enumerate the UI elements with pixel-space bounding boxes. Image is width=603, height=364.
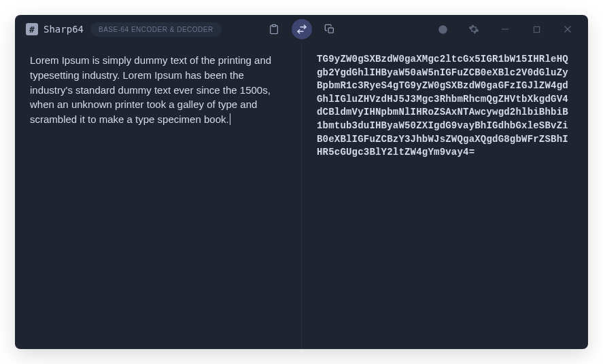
center-controls	[264, 19, 339, 39]
app-window: # Sharp64 BASE-64 ENCODER & DECODER	[15, 15, 588, 349]
swap-arrows-icon	[296, 24, 307, 35]
info-icon	[438, 24, 448, 35]
swap-button[interactable]	[292, 19, 312, 39]
window-controls	[429, 18, 581, 40]
output-pane[interactable]: TG9yZW0gSXBzdW0gaXMgc2ltcGx5IGR1bW15IHRl…	[302, 43, 588, 349]
gear-icon	[468, 24, 479, 35]
close-icon	[564, 25, 572, 33]
minimize-icon	[501, 25, 509, 33]
svg-point-2	[438, 25, 447, 34]
app-logo-icon: #	[26, 23, 38, 35]
clipboard-paste-icon	[269, 24, 279, 35]
maximize-button[interactable]	[523, 18, 550, 40]
input-text: Lorem Ipsum is simply dummy text of the …	[30, 54, 274, 125]
minimize-button[interactable]	[492, 18, 519, 40]
settings-button[interactable]	[460, 18, 487, 40]
output-text: TG9yZW0gSXBzdW0gaXMgc2ltcGx5IGR1bW15IHRl…	[317, 54, 568, 158]
svg-rect-0	[272, 24, 275, 26]
titlebar: # Sharp64 BASE-64 ENCODER & DECODER	[15, 15, 588, 43]
close-button[interactable]	[554, 18, 581, 40]
copy-icon	[324, 24, 335, 35]
maximize-icon	[533, 26, 540, 33]
paste-button[interactable]	[264, 20, 283, 39]
svg-rect-1	[328, 28, 333, 33]
content-area: Lorem Ipsum is simply dummy text of the …	[15, 43, 588, 349]
text-cursor-icon	[230, 113, 230, 125]
info-button[interactable]	[429, 18, 456, 40]
input-pane[interactable]: Lorem Ipsum is simply dummy text of the …	[15, 43, 301, 349]
svg-rect-4	[534, 26, 539, 32]
copy-button[interactable]	[320, 20, 339, 39]
app-name-label: Sharp64	[44, 24, 84, 35]
subtitle-pill: BASE-64 ENCODER & DECODER	[90, 22, 222, 37]
